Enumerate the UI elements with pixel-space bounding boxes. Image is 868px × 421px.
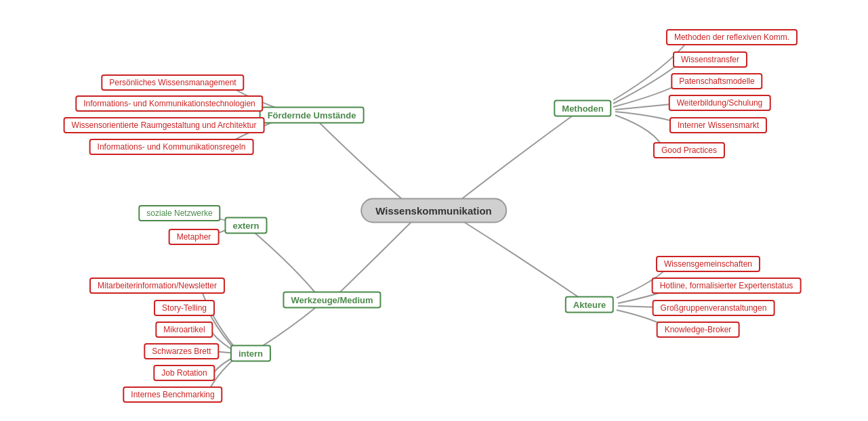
branch-methoden-label: Methoden: [554, 100, 611, 117]
leaf-internes-benchmarking: Internes Benchmarking: [123, 386, 222, 403]
leaf-raumgestaltung: Wissensorientierte Raumgestaltung und Ar…: [64, 117, 265, 133]
branch-foerdernde-label: Fördernde Umstände: [260, 107, 365, 124]
branch-extern: extern: [224, 217, 267, 234]
leaf-soziale-netzwerke: soziale Netzwerke: [138, 205, 220, 221]
center-node: Wissenskommunikation: [360, 198, 507, 223]
leaf-hotline: Hotline, formalisierter Expertenstatus: [652, 278, 802, 294]
branch-intern-label: intern: [230, 345, 271, 362]
branch-intern: intern: [230, 345, 271, 362]
leaf-wissenstransfer: Wissenstransfer: [673, 51, 747, 68]
branch-akteure-label: Akteure: [565, 296, 614, 313]
leaf-wissensmarkt: Interner Wissensmarkt: [669, 117, 767, 133]
branch-werkzeuge: Werkzeuge/Medium: [283, 292, 381, 309]
leaf-reflexive-komm: Methoden der reflexiven Komm.: [666, 29, 798, 45]
leaf-patenschaftsmodelle: Patenschaftsmodelle: [671, 73, 762, 89]
leaf-grossgruppen: Großgruppenveranstaltungen: [653, 300, 775, 316]
branch-foerdernde: Fördernde Umstände: [260, 107, 365, 124]
leaf-metapher: Metapher: [169, 229, 220, 245]
leaf-wissensgemeinschaften: Wissensgemeinschaften: [656, 256, 760, 272]
leaf-weiterbildung: Weiterbildung/Schulung: [669, 95, 771, 111]
leaf-job-rotation: Job Rotation: [153, 365, 215, 381]
leaf-kommunikationsregeln: Informations- und Kommunikationsregeln: [89, 139, 254, 155]
leaf-schwarzes-brett: Schwarzes Brett: [144, 343, 219, 359]
leaf-newsletter: Mitarbeiterinformation/Newsletter: [89, 278, 225, 294]
branch-akteure: Akteure: [565, 296, 614, 313]
branch-werkzeuge-label: Werkzeuge/Medium: [283, 292, 381, 309]
leaf-kommunikationstechnologien: Informations- und Kommunikationstechnolo…: [75, 95, 263, 112]
leaf-good-practices: Good Practices: [653, 142, 725, 158]
branch-extern-label: extern: [224, 217, 267, 234]
leaf-mikroartikel: Mikroartikel: [155, 322, 213, 338]
leaf-wissensmanagement: Persönliches Wissensmanagement: [101, 74, 244, 91]
leaf-knowledge-broker: Knowledge-Broker: [657, 322, 740, 338]
branch-methoden: Methoden: [554, 100, 611, 117]
leaf-storytelling: Story-Telling: [154, 300, 215, 316]
center-label: Wissenskommunikation: [360, 198, 507, 223]
